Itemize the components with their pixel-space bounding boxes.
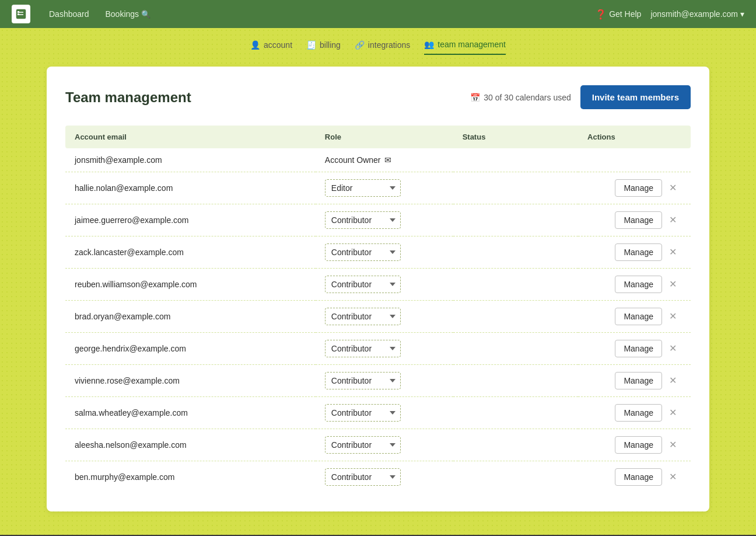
cell-status	[453, 148, 578, 172]
role-select[interactable]: EditorContributorViewer	[325, 340, 401, 357]
cell-actions: Manage✕	[578, 269, 691, 301]
close-icon: ✕	[669, 279, 677, 289]
cell-role[interactable]: EditorContributorViewer	[316, 365, 453, 397]
cell-email: aleesha.nelson@example.com	[65, 429, 316, 461]
cell-role[interactable]: EditorContributorViewer	[316, 172, 453, 204]
table-row: salma.wheatley@example.comEditorContribu…	[65, 397, 691, 429]
main-content: Team management 📅 30 of 30 calendars use…	[0, 55, 756, 535]
actions-container: Manage✕	[587, 372, 681, 389]
cell-email: ben.murphy@example.com	[65, 461, 316, 493]
cell-actions: Manage✕	[578, 172, 691, 204]
cell-role[interactable]: EditorContributorViewer	[316, 461, 453, 493]
close-icon: ✕	[669, 215, 677, 225]
table-row: vivienne.rose@example.comEditorContribut…	[65, 365, 691, 397]
nav-right: ❓ Get Help jonsmith@example.com ▾	[595, 9, 744, 20]
manage-button[interactable]: Manage	[615, 404, 662, 422]
cell-status	[453, 397, 578, 429]
remove-button[interactable]: ✕	[664, 470, 681, 484]
cell-role[interactable]: EditorContributorViewer	[316, 301, 453, 333]
remove-button[interactable]: ✕	[664, 406, 681, 420]
cell-actions: Manage✕	[578, 397, 691, 429]
nav-bookings[interactable]: Bookings 🔍	[99, 6, 158, 22]
cell-email: jonsmith@example.com	[65, 148, 316, 172]
manage-button[interactable]: Manage	[615, 276, 662, 293]
remove-button[interactable]: ✕	[664, 438, 681, 452]
remove-button[interactable]: ✕	[664, 181, 681, 195]
role-select[interactable]: EditorContributorViewer	[325, 211, 401, 229]
help-link[interactable]: ❓ Get Help	[595, 9, 641, 20]
cell-actions: Manage✕	[578, 301, 691, 333]
cell-role[interactable]: EditorContributorViewer	[316, 236, 453, 269]
page-tabs: 👤 account 🧾 billing 🔗 integrations 👥 tea…	[0, 28, 756, 55]
remove-button[interactable]: ✕	[664, 374, 681, 388]
nav-dashboard[interactable]: Dashboard	[42, 6, 96, 22]
remove-button[interactable]: ✕	[664, 245, 681, 259]
role-select[interactable]: EditorContributorViewer	[325, 179, 401, 197]
cell-role[interactable]: EditorContributorViewer	[316, 333, 453, 365]
table-row: reuben.williamson@example.comEditorContr…	[65, 269, 691, 301]
email-icon: ✉	[384, 155, 391, 165]
account-owner-label: Account Owner ✉	[325, 155, 444, 165]
user-menu[interactable]: jonsmith@example.com ▾	[650, 9, 744, 19]
role-select[interactable]: EditorContributorViewer	[325, 308, 401, 325]
cell-role[interactable]: EditorContributorViewer	[316, 429, 453, 461]
cell-email: george.hendrix@example.com	[65, 333, 316, 365]
manage-button[interactable]: Manage	[615, 179, 662, 197]
remove-button[interactable]: ✕	[664, 342, 681, 356]
remove-button[interactable]: ✕	[664, 309, 681, 323]
cell-email: hallie.nolan@example.com	[65, 172, 316, 204]
manage-button[interactable]: Manage	[615, 372, 662, 389]
tab-billing[interactable]: 🧾 billing	[306, 40, 341, 55]
header-right: 📅 30 of 30 calendars used Invite team me…	[470, 85, 691, 109]
nav-bookings-label: Bookings	[106, 9, 139, 19]
cell-email: reuben.williamson@example.com	[65, 269, 316, 301]
tab-integrations[interactable]: 🔗 integrations	[355, 40, 410, 55]
actions-container: Manage✕	[587, 340, 681, 357]
table-row: jaimee.guerrero@example.comEditorContrib…	[65, 204, 691, 236]
manage-button[interactable]: Manage	[615, 340, 662, 357]
manage-button[interactable]: Manage	[615, 211, 662, 229]
cell-role[interactable]: EditorContributorViewer	[316, 204, 453, 236]
manage-button[interactable]: Manage	[615, 308, 662, 325]
col-header-role: Role	[316, 126, 453, 148]
remove-button[interactable]: ✕	[664, 213, 681, 227]
calendar-usage: 📅 30 of 30 calendars used	[470, 93, 570, 102]
cell-actions	[578, 148, 691, 172]
cell-role[interactable]: EditorContributorViewer	[316, 397, 453, 429]
role-select[interactable]: EditorContributorViewer	[325, 243, 401, 261]
cell-status	[453, 365, 578, 397]
table-row: aleesha.nelson@example.comEditorContribu…	[65, 429, 691, 461]
role-select[interactable]: EditorContributorViewer	[325, 436, 401, 454]
role-select[interactable]: EditorContributorViewer	[325, 468, 401, 486]
actions-container: Manage✕	[587, 179, 681, 197]
cell-status	[453, 236, 578, 269]
invite-team-members-button[interactable]: Invite team members	[580, 85, 691, 109]
col-header-status: Status	[453, 126, 578, 148]
manage-button[interactable]: Manage	[615, 436, 662, 454]
close-icon: ✕	[669, 343, 677, 353]
table-row: ben.murphy@example.comEditorContributorV…	[65, 461, 691, 493]
cell-status	[453, 301, 578, 333]
cell-email: brad.oryan@example.com	[65, 301, 316, 333]
remove-button[interactable]: ✕	[664, 277, 681, 291]
cell-actions: Manage✕	[578, 333, 691, 365]
tab-team-management[interactable]: 👥 team management	[424, 40, 506, 55]
actions-container: Manage✕	[587, 436, 681, 454]
role-select[interactable]: EditorContributorViewer	[325, 404, 401, 422]
role-select[interactable]: EditorContributorViewer	[325, 372, 401, 389]
manage-button[interactable]: Manage	[615, 243, 662, 261]
billing-icon: 🧾	[306, 40, 316, 50]
close-icon: ✕	[669, 311, 677, 321]
table-row: zack.lancaster@example.comEditorContribu…	[65, 236, 691, 269]
page-title: Team management	[65, 89, 191, 106]
tab-account[interactable]: 👤 account	[250, 40, 292, 55]
role-select[interactable]: EditorContributorViewer	[325, 276, 401, 293]
cell-actions: Manage✕	[578, 236, 691, 269]
cell-email: vivienne.rose@example.com	[65, 365, 316, 397]
cell-role[interactable]: EditorContributorViewer	[316, 269, 453, 301]
manage-button[interactable]: Manage	[615, 468, 662, 486]
cell-actions: Manage✕	[578, 204, 691, 236]
team-management-card: Team management 📅 30 of 30 calendars use…	[47, 67, 709, 511]
table-body: jonsmith@example.comAccount Owner ✉halli…	[65, 148, 691, 493]
table-header: Account email Role Status Actions	[65, 126, 691, 148]
